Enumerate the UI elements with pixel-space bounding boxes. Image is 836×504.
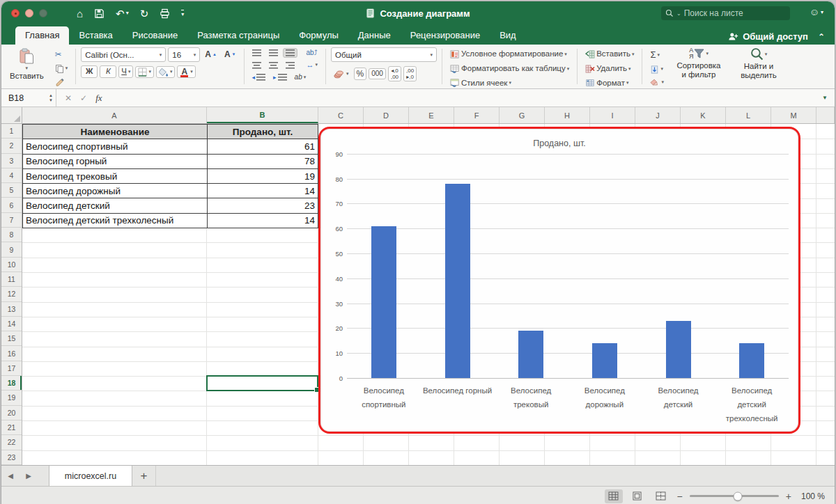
- delete-cells-button[interactable]: Удалить▾: [582, 63, 637, 75]
- cancel-icon[interactable]: ✕: [65, 93, 72, 103]
- cut-button[interactable]: ✂: [52, 49, 71, 61]
- row-header-12[interactable]: 12: [1, 287, 22, 301]
- row-header-6[interactable]: 6: [1, 198, 22, 212]
- zoom-level[interactable]: 100 %: [801, 491, 825, 501]
- column-header-L[interactable]: L: [726, 107, 771, 123]
- font-name-select[interactable]: Calibri (Осн...▾: [81, 47, 166, 62]
- column-header-A[interactable]: A: [22, 107, 207, 123]
- name-box[interactable]: B18 ▲▼: [1, 89, 56, 107]
- row-header-4[interactable]: 4: [1, 168, 22, 183]
- row-header-16[interactable]: 16: [1, 346, 22, 361]
- decrease-decimal-button[interactable]: ,00 ▸,0: [403, 66, 417, 81]
- column-header-G[interactable]: G: [500, 107, 545, 123]
- minimize-button[interactable]: [25, 9, 33, 17]
- table-cell-name[interactable]: Велосипед трековый: [23, 168, 208, 183]
- table-cell-value[interactable]: 19: [208, 168, 318, 183]
- copy-button[interactable]: ▾: [52, 63, 71, 74]
- grow-font-button[interactable]: A▲: [202, 48, 219, 61]
- column-header-I[interactable]: I: [590, 107, 635, 123]
- align-middle-button[interactable]: [266, 48, 281, 58]
- row-header-22[interactable]: 22: [1, 435, 22, 450]
- zoom-slider[interactable]: [690, 495, 779, 497]
- tab-risovanie[interactable]: Рисование: [123, 26, 187, 45]
- column-header-M[interactable]: M: [771, 107, 816, 123]
- paste-button[interactable]: ▾ Вставить: [6, 47, 48, 81]
- format-painter-button[interactable]: [52, 76, 71, 88]
- insert-cells-button[interactable]: Вставить▾: [582, 48, 637, 61]
- undo-icon[interactable]: ↶▾: [116, 8, 129, 19]
- next-sheet-icon[interactable]: ▶: [20, 466, 38, 486]
- number-format-select[interactable]: Общий▾: [331, 47, 437, 62]
- align-top-button[interactable]: [249, 48, 264, 58]
- row-header-17[interactable]: 17: [1, 361, 22, 376]
- align-right-button[interactable]: [283, 61, 297, 70]
- column-header-K[interactable]: K: [681, 107, 726, 123]
- font-size-select[interactable]: 16▾: [168, 47, 200, 62]
- name-box-spinner[interactable]: ▲▼: [49, 93, 53, 102]
- column-header-D[interactable]: D: [364, 107, 409, 123]
- sort-filter-button[interactable]: АЯ ▾ Сортировка и фильтр: [671, 47, 727, 79]
- collapse-ribbon-icon[interactable]: ⌃: [818, 32, 825, 42]
- column-header-H[interactable]: H: [545, 107, 590, 123]
- feedback-control[interactable]: ☺ ▾: [810, 6, 823, 17]
- row-header-8[interactable]: 8: [1, 228, 22, 242]
- insert-function-icon[interactable]: fx: [95, 93, 102, 104]
- column-header-F[interactable]: F: [454, 107, 500, 123]
- row-header-9[interactable]: 9: [1, 242, 22, 257]
- shrink-font-button[interactable]: A▼: [222, 48, 239, 61]
- chart-highlight-border[interactable]: Продано, шт. 0102030405060708090 Велосип…: [318, 127, 800, 434]
- tab-formuly[interactable]: Формулы: [289, 26, 348, 45]
- decrease-indent-button[interactable]: ◂: [249, 72, 269, 83]
- tab-vstavka[interactable]: Вставка: [69, 26, 122, 45]
- chart-bar[interactable]: [518, 331, 543, 378]
- row-header-13[interactable]: 13: [1, 302, 22, 317]
- format-cells-button[interactable]: Формат▾: [582, 77, 637, 90]
- page-break-view-button[interactable]: [652, 489, 670, 503]
- page-layout-view-button[interactable]: [628, 489, 647, 503]
- tab-glavnaya[interactable]: Главная: [15, 26, 69, 45]
- expand-formula-bar-icon[interactable]: ▼: [815, 95, 835, 101]
- select-all-corner[interactable]: [1, 107, 22, 123]
- chart-bar[interactable]: [666, 321, 691, 378]
- column-header-B[interactable]: B: [207, 107, 318, 123]
- table-cell-name[interactable]: Велосипед детский трехколесный: [23, 213, 208, 228]
- row-header-20[interactable]: 20: [1, 406, 22, 420]
- chart-bar[interactable]: [371, 226, 396, 378]
- column-header-J[interactable]: J: [635, 107, 681, 123]
- font-color-button[interactable]: A ▾: [177, 65, 195, 78]
- cell-styles-button[interactable]: Стили ячеек▾: [447, 77, 572, 90]
- row-header-7[interactable]: 7: [1, 213, 22, 228]
- search-scope-caret-icon[interactable]: ⌄: [676, 10, 681, 17]
- row-header-15[interactable]: 15: [1, 331, 22, 346]
- bold-button[interactable]: Ж: [81, 65, 98, 78]
- zoom-in-icon[interactable]: +: [784, 491, 793, 502]
- merge-center-button[interactable]: ↔▾: [304, 59, 321, 71]
- percent-button[interactable]: %: [354, 68, 367, 80]
- autosum-button[interactable]: Σ▾: [647, 48, 667, 62]
- increase-indent-button[interactable]: ▸: [270, 72, 290, 83]
- wrap-text-button[interactable]: ab▾: [292, 72, 309, 83]
- row-header-14[interactable]: 14: [1, 317, 22, 331]
- align-bottom-button[interactable]: [283, 48, 297, 58]
- add-sheet-button[interactable]: +: [132, 466, 156, 486]
- home-icon[interactable]: ⌂: [77, 8, 83, 19]
- row-header-10[interactable]: 10: [1, 258, 22, 272]
- fill-button[interactable]: ▾: [647, 64, 667, 75]
- align-left-button[interactable]: [249, 61, 264, 70]
- row-header-19[interactable]: 19: [1, 391, 22, 405]
- currency-button[interactable]: ▾: [331, 68, 352, 80]
- prev-sheet-icon[interactable]: ◀: [1, 466, 20, 486]
- clear-button[interactable]: ▾: [647, 77, 667, 88]
- fill-color-button[interactable]: ▾: [156, 66, 176, 78]
- zoom-out-icon[interactable]: −: [676, 491, 684, 502]
- tab-vid[interactable]: Вид: [490, 26, 526, 45]
- zoom-window-button[interactable]: [39, 9, 47, 17]
- table-header-cell[interactable]: Продано, шт.: [208, 125, 318, 139]
- column-header-E[interactable]: E: [409, 107, 454, 123]
- search-field[interactable]: ⌄ Поиск на листе: [661, 6, 790, 20]
- table-cell-value[interactable]: 23: [208, 198, 318, 213]
- format-as-table-button[interactable]: Форматировать как таблицу▾: [447, 63, 572, 75]
- borders-button[interactable]: ▾: [135, 66, 154, 78]
- formula-input[interactable]: [111, 89, 816, 107]
- underline-button[interactable]: Ч▾: [118, 65, 133, 78]
